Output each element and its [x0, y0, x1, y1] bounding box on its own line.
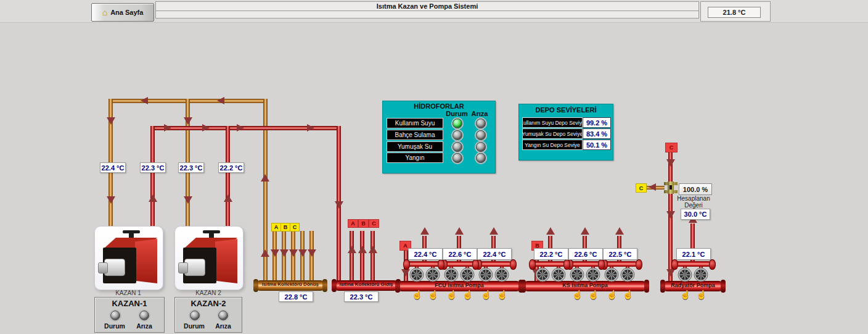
zone-tag-radyator: C	[665, 143, 678, 152]
depo-label-kullanim: Kullanım Suyu Depo Seviye	[522, 117, 583, 128]
pump-icon	[604, 267, 619, 282]
hidrofor-durum-led-0	[452, 119, 462, 128]
donus-tag-b: B	[280, 223, 290, 232]
manifold-radyator-label: Radyatör Pompa	[664, 282, 722, 288]
home-icon: ⌂	[102, 8, 107, 17]
collector-gidis-label: Isıtma Kollektörü Gidiş	[335, 282, 397, 287]
boiler2-supply-pipe	[226, 126, 230, 227]
kazan2-durum-led	[190, 311, 200, 320]
flow-arrow	[308, 249, 316, 257]
flow-arrow	[298, 249, 307, 257]
hidroforlar-panel: HİDROFORLAR Durum Arıza Kullanım Suyu Ba…	[382, 101, 496, 173]
pump-hand-button[interactable]: ☝	[588, 290, 598, 299]
pump-header-pipe	[533, 261, 568, 267]
kazan2-panel-title: KAZAN-2	[175, 299, 242, 308]
hidrofor-row-kullanim-suyu[interactable]: Kullanım Suyu	[387, 118, 443, 128]
gidis-tag-b: B	[358, 219, 369, 228]
depo-value-yumusak: 83.4 %	[583, 128, 611, 139]
kazan1-durum-label: Durum	[100, 322, 129, 330]
flow-arrow	[164, 124, 171, 132]
boiler1-image-card	[94, 226, 163, 290]
collector-donus: Isıtma Kollektörü Dönüş	[256, 280, 324, 291]
flow-arrow	[261, 249, 269, 257]
flow-arrow	[107, 196, 115, 204]
pipe-temp: 22.4 °C	[100, 162, 126, 173]
manifold-radyator: Radyatör Pompa	[663, 281, 723, 291]
valve-bulb-icon	[636, 259, 642, 270]
pump-hand-button[interactable]: ☝	[428, 290, 438, 299]
pump-hand-button[interactable]: ☝	[623, 290, 633, 299]
pump-hand-button[interactable]: ☝	[572, 290, 582, 299]
pump-hand-button[interactable]: ☝	[680, 290, 690, 299]
flow-arrow	[401, 269, 410, 277]
kazan2-ariza-led	[218, 311, 228, 320]
hidrofor-ariza-led-2	[476, 142, 486, 152]
pump-hand-button[interactable]: ☝	[412, 290, 422, 299]
hidrofor-durum-led-3	[452, 153, 462, 163]
pump-icon	[570, 267, 584, 282]
kazan2-durum-label: Durum	[180, 322, 208, 330]
hidrofor-ariza-led-3	[476, 153, 486, 163]
flow-arrow-up	[581, 227, 589, 235]
valve-bulb-icon	[709, 259, 716, 270]
pump-icon	[460, 267, 475, 282]
pump-header-pipe	[407, 261, 442, 267]
pump-icon	[494, 267, 509, 282]
flow-arrow-up	[615, 227, 624, 235]
pump-icon	[478, 267, 493, 282]
scada-screen: ⌂ Ana Sayfa Isıtma Kazan ve Pompa Sistem…	[0, 0, 868, 334]
manifold-fcu-label: FCU Isıtma Pompa	[399, 282, 520, 288]
collector-donus-temp: 22.8 °C	[279, 291, 313, 302]
flow-arrow	[289, 249, 298, 257]
flow-arrow	[184, 117, 192, 125]
hidroforlar-title: HİDROFORLAR	[383, 102, 495, 110]
pump-icon	[535, 267, 550, 282]
valve-handle	[669, 185, 672, 190]
pump-hand-button[interactable]: ☝	[481, 290, 491, 299]
pump-pair-temp: 22.4 °C	[408, 248, 443, 260]
gidis-stub-pipe	[371, 231, 375, 282]
pump-hand-button[interactable]: ☝	[462, 290, 472, 299]
manifold-ks-label: KS Isıtma Pompa	[525, 282, 645, 288]
depo-value-kullanim: 99.2 %	[583, 117, 611, 128]
valve-return-tag: C	[636, 183, 647, 193]
flow-arrow	[369, 246, 377, 253]
flow-arrow	[271, 249, 279, 257]
outdoor-temp-display: 21.8 °C	[708, 7, 761, 18]
pump-hand-button[interactable]: ☝	[607, 290, 616, 299]
valve-percent-display: 100.0 %	[679, 183, 712, 195]
flow-arrow-up	[455, 227, 464, 235]
depo-title: DEPO SEVİYELERİ	[519, 106, 613, 114]
pump-pair-temp: 22.1 °C	[676, 248, 711, 260]
flow-arrow	[237, 124, 244, 132]
flow-arrow	[358, 246, 367, 253]
hidrofor-row-bahce-sulama[interactable]: Bahçe Sulama	[387, 130, 443, 140]
gidis-tag-a: A	[348, 219, 358, 228]
pump-pair-temp: 22.5 °C	[603, 248, 637, 260]
flow-arrow	[202, 124, 210, 132]
flow-arrow	[217, 97, 224, 104]
pump-hand-button[interactable]: ☝	[497, 290, 507, 299]
boiler1-supply-pipe	[150, 126, 155, 227]
kazan2-status-panel: KAZAN-2 Durum Arıza	[174, 297, 242, 333]
page-title: Isıtma Kazan ve Pompa Sistemi	[156, 2, 698, 11]
boiler1-caption: KAZAN 1	[97, 290, 159, 296]
pump-hand-button[interactable]: ☝	[446, 290, 456, 299]
pump-pair-temp: 22.4 °C	[477, 248, 512, 260]
pump-hand-button[interactable]: ☝	[696, 290, 706, 299]
flow-arrow	[335, 201, 343, 209]
hidrofor-row-yangin[interactable]: Yangın	[387, 152, 443, 163]
boiler2-image-card	[174, 226, 244, 290]
gidis-stub-pipe	[350, 231, 354, 282]
kazan1-ariza-label: Arıza	[130, 322, 158, 330]
flow-arrow	[184, 196, 192, 204]
gidis-stub-pipe	[360, 231, 364, 282]
pump-icon	[678, 267, 692, 282]
hidrofor-ariza-led-1	[476, 130, 486, 140]
flow-arrow	[666, 211, 675, 219]
flow-arrow	[348, 246, 356, 253]
flow-arrow-up	[420, 227, 429, 235]
hidrofor-row-yumusak-su[interactable]: Yumuşak Su	[387, 141, 443, 152]
home-button[interactable]: ⌂ Ana Sayfa	[91, 3, 154, 22]
pump-icon	[444, 267, 459, 282]
